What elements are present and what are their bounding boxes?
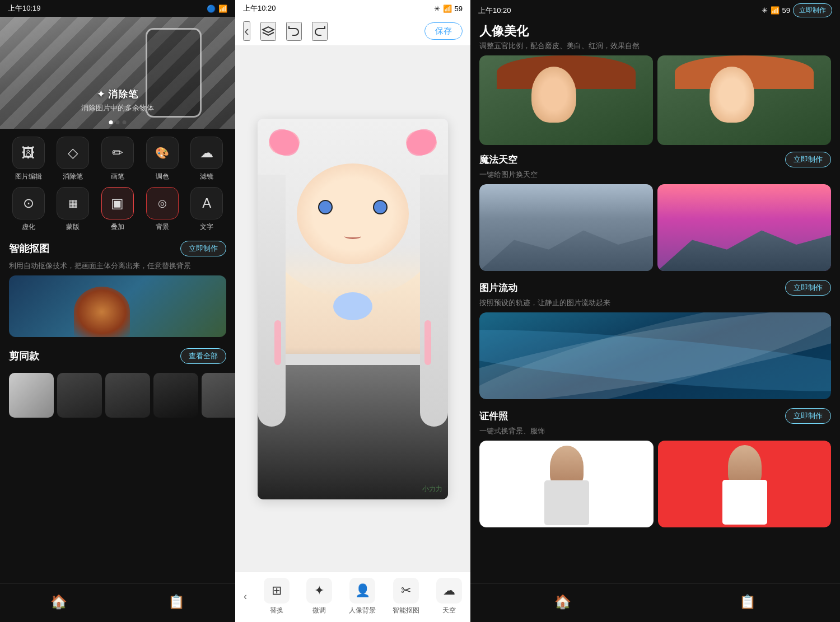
film-item-5[interactable]	[202, 373, 235, 418]
tool-filter[interactable]: ☁ 滤镜	[187, 137, 226, 181]
magic-sky-desc: 一键给图片换天空	[479, 170, 831, 180]
sky-before-img	[479, 184, 653, 271]
tool-smart-cutout[interactable]: ✂ 智能抠图	[393, 578, 419, 615]
left-time: 上午10:19	[8, 3, 41, 13]
top-make-btn[interactable]: 立即制作	[793, 3, 832, 17]
dot-1	[109, 120, 113, 124]
redo-btn[interactable]	[312, 22, 328, 41]
id-photo-title: 证件照	[479, 410, 508, 423]
tool-color[interactable]: 🎨 调色	[143, 137, 182, 181]
bt-icon: 🔵	[207, 4, 216, 13]
center-bt-icon: ✳	[434, 4, 440, 13]
center-status-bar: 上午10:20 ✳ 📶 59	[235, 0, 470, 17]
tool-sky[interactable]: ☁ 天空	[436, 578, 462, 615]
tool-bg-label: 背景	[156, 222, 169, 232]
tool-mosaic[interactable]: ▦ 蒙版	[54, 187, 93, 232]
tool-eraser-label: 消除笔	[63, 172, 83, 181]
tool-blur-icon: ⊙	[12, 187, 45, 219]
tool-bg[interactable]: ◎ 背景	[143, 187, 182, 232]
sky-after-img	[657, 184, 831, 271]
banner-dots	[109, 120, 127, 124]
tool-edit[interactable]: 🖼 图片编辑	[9, 137, 48, 181]
magic-sky-btn[interactable]: 立即制作	[785, 152, 831, 167]
center-bottom-tools: ‹ ⊞ 替换 ✦ 微调 👤 人像背景 ✂ 智能抠图 ☁ 天空	[235, 572, 470, 622]
tool-smart-cutout-label: 智能抠图	[393, 606, 419, 615]
smart-cutout-btn[interactable]: 立即制作	[180, 241, 226, 256]
tool-portrait-bg[interactable]: 👤 人像背景	[349, 578, 376, 615]
tool-portrait-bg-label: 人像背景	[349, 606, 376, 615]
id-photo-btn[interactable]: 立即制作	[785, 408, 831, 424]
flow-images	[479, 312, 831, 399]
portrait-after-img	[657, 55, 831, 145]
flow-section: 图片流动 立即制作 按照预设的轨迹，让静止的图片流动起来	[479, 280, 831, 399]
dot-2	[116, 120, 120, 124]
banner-label: ✦ 消除笔	[97, 88, 139, 101]
film-item-2[interactable]	[57, 373, 102, 418]
flow-header: 图片流动 立即制作	[479, 280, 831, 296]
tool-blur[interactable]: ⊙ 虚化	[9, 187, 48, 232]
tool-eraser[interactable]: ◇ 消除笔	[54, 137, 93, 181]
tool-finetune[interactable]: ✦ 微调	[306, 578, 332, 615]
smart-cutout-section: 智能抠图 立即制作 利用自动抠像技术，把画面主体分离出来，任意替换背景	[0, 234, 235, 342]
tool-color-label: 调色	[156, 172, 169, 181]
right-nav-home[interactable]: 🏠	[552, 591, 574, 613]
image-area: 小力力	[235, 46, 470, 572]
left-nav-home[interactable]: 🏠	[48, 591, 70, 613]
flow-btn[interactable]: 立即制作	[785, 280, 831, 296]
tool-text[interactable]: A 文字	[187, 187, 226, 232]
center-status-icons: ✳ 📶 59	[434, 4, 463, 13]
tool-portrait-bg-icon: 👤	[349, 578, 375, 604]
right-scroll[interactable]: 魔法天空 立即制作 一键给图片换天空 图片流动 立即制作 按照预设的轨迹，让静止…	[470, 152, 840, 583]
right-bottom-nav: 🏠 📋	[470, 583, 840, 622]
center-toolbar: ‹ 保存	[235, 17, 470, 46]
portrait-images-row	[470, 55, 840, 152]
film-item-3[interactable]	[105, 373, 150, 418]
left-status-bar: 上午10:19 🔵 📶	[0, 0, 235, 17]
tool-blur-label: 虚化	[22, 222, 35, 232]
tool-bg-icon: ◎	[146, 187, 179, 219]
panel-right: 上午10:20 ✳ 📶 59 立即制作 人像美化 调整五官比例，配合磨皮、美白、…	[470, 0, 840, 622]
right-status-bar: 上午10:20 ✳ 📶 59 立即制作	[470, 0, 840, 21]
dot-3	[123, 120, 127, 124]
magic-sky-title: 魔法天空	[479, 153, 517, 166]
id-photo-header: 证件照 立即制作	[479, 408, 831, 424]
left-nav-edit[interactable]: 📋	[165, 591, 188, 613]
back-btn[interactable]: ‹	[243, 21, 250, 41]
right-app-title: 人像美化	[479, 23, 831, 40]
tool-edit-icon: 🖼	[12, 137, 45, 169]
tool-smart-cutout-icon: ✂	[393, 578, 419, 604]
tool-overlay-label: 叠加	[111, 222, 124, 232]
save-btn[interactable]: 保存	[424, 22, 463, 40]
smart-cutout-header: 智能抠图 立即制作	[9, 241, 226, 256]
right-time: 上午10:20	[478, 6, 511, 16]
tool-brush[interactable]: ✏ 画笔	[98, 137, 137, 181]
tool-overlay[interactable]: ▣ 叠加	[98, 187, 137, 232]
right-nav-edit[interactable]: 📋	[736, 591, 759, 613]
id-before-img	[479, 441, 654, 527]
scroll-left-btn[interactable]: ‹	[235, 591, 255, 602]
tool-finetune-icon: ✦	[306, 578, 332, 604]
tool-finetune-label: 微调	[312, 606, 326, 615]
film-item-1[interactable]	[9, 373, 54, 418]
tool-replace[interactable]: ⊞ 替换	[264, 578, 290, 615]
cut-same-btn[interactable]: 查看全部	[180, 348, 226, 364]
id-photo-images	[479, 441, 831, 527]
smart-cutout-image	[9, 275, 226, 337]
tool-filter-label: 滤镜	[200, 172, 213, 181]
tool-brush-label: 画笔	[111, 172, 124, 181]
right-app-header: 人像美化 调整五官比例，配合磨皮、美白、红润，效果自然	[470, 21, 840, 55]
center-time: 上午10:20	[243, 3, 276, 13]
undo-btn[interactable]	[286, 22, 302, 41]
film-item-4[interactable]	[153, 373, 198, 418]
signal-icon: 📶	[218, 4, 227, 13]
layers-btn[interactable]	[260, 22, 276, 41]
cut-same-title: 剪同款	[9, 349, 39, 363]
hero-banner[interactable]: ✦ 消除笔 消除图片中的多余物体	[0, 17, 235, 129]
id-after-img	[658, 441, 831, 527]
bottom-tools-row: ⊞ 替换 ✦ 微调 👤 人像背景 ✂ 智能抠图 ☁ 天空	[255, 578, 470, 615]
portrait-before-img	[479, 55, 653, 145]
left-status-icons: 🔵 📶	[207, 4, 227, 13]
magic-sky-images	[479, 184, 831, 271]
tool-replace-icon: ⊞	[264, 578, 290, 604]
main-image: 小力力	[258, 119, 448, 499]
